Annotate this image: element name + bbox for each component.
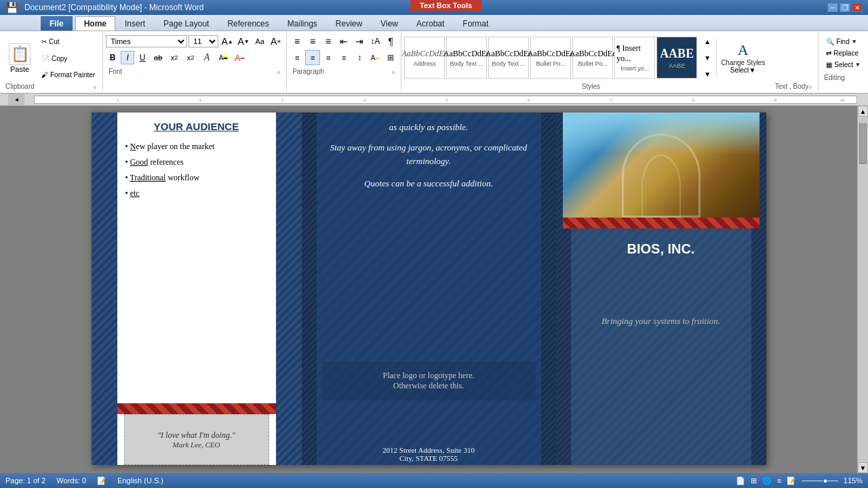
restore-btn[interactable]: ❐ bbox=[840, 3, 850, 12]
panel2-text3: Quotes can be a successful addition. bbox=[328, 178, 530, 189]
tab-acrobat[interactable]: Acrobat bbox=[408, 16, 453, 30]
editing-group-label: Editing bbox=[824, 74, 845, 81]
align-left-button[interactable]: ≡ bbox=[290, 50, 304, 65]
style-insert[interactable]: ¶ Insert yo... Insert yo... bbox=[614, 37, 655, 79]
vertical-scrollbar[interactable]: ▲ ▼ bbox=[857, 106, 868, 473]
italic-button[interactable]: I bbox=[121, 51, 134, 64]
shading-button[interactable]: A▬ bbox=[368, 50, 382, 65]
textbox-tools-tab[interactable]: Text Box Tools bbox=[410, 0, 481, 11]
grow-font-button[interactable]: A▲ bbox=[220, 34, 235, 49]
styles-more[interactable]: ▼ bbox=[700, 66, 715, 81]
bold-button[interactable]: B bbox=[106, 51, 119, 64]
panel1-right-stripe bbox=[276, 113, 302, 465]
styles-dialog-btn[interactable]: ⬦ bbox=[808, 83, 812, 90]
tab-home[interactable]: Home bbox=[75, 16, 115, 30]
styles-scroll-down[interactable]: ▼ bbox=[700, 50, 715, 65]
change-case-button[interactable]: Aa bbox=[252, 34, 267, 49]
copy-button[interactable]: 📄 Copy bbox=[38, 54, 98, 64]
text-effects-button[interactable]: A bbox=[199, 50, 214, 65]
page-indicator: Page: 1 of 2 bbox=[5, 476, 45, 485]
style-body1-label: Body Text ... bbox=[450, 60, 483, 67]
font-family-select[interactable]: Times bbox=[106, 35, 187, 47]
font-color-button[interactable]: A▬ bbox=[232, 50, 247, 65]
font-dialog-btn[interactable]: ⬦ bbox=[277, 68, 281, 75]
panel2-addr1: 2012 Street Address, Suite 310 bbox=[317, 446, 541, 454]
clear-format-button[interactable]: A✕ bbox=[269, 34, 283, 49]
tab-view[interactable]: View bbox=[372, 16, 407, 30]
style-body-text2[interactable]: AaBbCcDdEe Body Text ... bbox=[488, 37, 529, 79]
cut-button[interactable]: ✂ Cut bbox=[38, 37, 98, 47]
cut-icon: ✂ bbox=[41, 38, 47, 45]
tab-file[interactable]: File bbox=[41, 16, 73, 30]
find-button[interactable]: 🔍 Find ▼ bbox=[823, 37, 864, 47]
styles-scroll-up[interactable]: ▲ bbox=[700, 34, 715, 49]
numbering-button[interactable]: ≡ bbox=[305, 34, 320, 49]
style-bullet2[interactable]: AaBbCcDdEe Bullet Po... bbox=[572, 37, 613, 79]
show-marks-button[interactable]: ¶ bbox=[383, 34, 398, 49]
copy-icon: 📄 bbox=[41, 55, 50, 62]
scroll-up-arrow[interactable]: ▲ bbox=[858, 106, 868, 117]
find-dropdown-arrow: ▼ bbox=[852, 39, 857, 45]
panel2-text1: as quickly as possible. bbox=[328, 122, 530, 133]
style-insert-label: Insert yo... bbox=[620, 65, 649, 72]
borders-button[interactable]: ⊞ bbox=[383, 50, 398, 65]
select-dropdown[interactable]: Select ▼ bbox=[730, 66, 756, 74]
text-highlight-button[interactable]: A▬ bbox=[216, 50, 231, 65]
format-painter-button[interactable]: 🖌 Format Painter bbox=[38, 70, 98, 80]
close-btn[interactable]: ✕ bbox=[852, 3, 863, 12]
tab-mailings[interactable]: Mailings bbox=[279, 16, 326, 30]
view-draft-btn[interactable]: 📝 bbox=[787, 476, 796, 485]
tab-references[interactable]: References bbox=[218, 16, 277, 30]
font-size-select[interactable]: 11 bbox=[189, 35, 218, 47]
minimize-btn[interactable]: ─ bbox=[827, 3, 838, 12]
panel2-addr2: City, STATE 07555 bbox=[317, 454, 541, 462]
style-bullet1[interactable]: AaBbCcDdEe Bullet Po... bbox=[530, 37, 571, 79]
shrink-font-button[interactable]: A▼ bbox=[236, 34, 251, 49]
clipboard-dialog-btn[interactable]: ⬦ bbox=[93, 83, 97, 90]
style-aabe[interactable]: AABE AABE bbox=[656, 37, 697, 79]
style-address[interactable]: AaBbCcDdEe Address bbox=[404, 37, 445, 79]
panel2-logo-text2: Otherwise delete this. bbox=[332, 381, 526, 391]
strikethrough-button[interactable]: ab bbox=[151, 50, 165, 65]
sort-button[interactable]: ↕A bbox=[368, 34, 382, 49]
style-body-text1[interactable]: AaBbCcDdEe Body Text ... bbox=[446, 37, 487, 79]
select-button[interactable]: ▦ Select ▼ bbox=[823, 60, 864, 70]
spell-check-icon[interactable]: 📝 bbox=[97, 476, 106, 485]
panel1-quote-box[interactable]: "I love what I'm doing." Mark Lee, CEO bbox=[124, 414, 269, 465]
bullets-button[interactable]: ≡ bbox=[290, 34, 304, 49]
align-right-button[interactable]: ≡ bbox=[321, 50, 336, 65]
scroll-down-arrow[interactable]: ▼ bbox=[858, 462, 868, 473]
scroll-thumb[interactable] bbox=[859, 123, 867, 164]
view-web-btn[interactable]: 🌐 bbox=[762, 476, 772, 485]
tab-pagelayout[interactable]: Page Layout bbox=[155, 16, 218, 30]
zoom-level: 115% bbox=[844, 476, 863, 485]
zoom-slider[interactable]: ────●── bbox=[802, 476, 837, 485]
select-icon: ▦ bbox=[826, 61, 832, 68]
window-controls[interactable]: ─ ❐ ✕ bbox=[827, 3, 863, 12]
styles-group-label: Styles bbox=[407, 83, 775, 90]
change-styles-button[interactable]: Change Styles bbox=[721, 59, 765, 66]
decrease-indent-button[interactable]: ⇤ bbox=[336, 34, 351, 49]
view-fullscreen-btn[interactable]: ⊞ bbox=[751, 476, 757, 485]
tab-format[interactable]: Format bbox=[454, 16, 497, 30]
superscript-button[interactable]: x2 bbox=[183, 50, 198, 65]
para-dialog-btn[interactable]: ⬦ bbox=[391, 68, 395, 75]
dropdown-arrow-icon: ▼ bbox=[749, 66, 756, 74]
multilevel-list-button[interactable]: ≡ bbox=[321, 34, 336, 49]
view-print-btn[interactable]: 📄 bbox=[736, 476, 745, 485]
justify-button[interactable]: ≡ bbox=[336, 50, 351, 65]
paste-button[interactable]: 📋 Paste bbox=[3, 35, 37, 81]
paste-label: Paste bbox=[10, 65, 29, 73]
panel1: YOUR AUDIENCE • New player on the market… bbox=[92, 113, 302, 465]
tab-insert[interactable]: Insert bbox=[116, 16, 154, 30]
editing-group: 🔍 Find ▼ ⇄ Replace ▦ Select ▼ Editing bbox=[818, 33, 868, 92]
view-outline-btn[interactable]: ≡ bbox=[777, 476, 781, 485]
tab-review[interactable]: Review bbox=[327, 16, 371, 30]
line-spacing-button[interactable]: ↕ bbox=[352, 50, 367, 65]
replace-icon: ⇄ bbox=[826, 49, 831, 57]
align-center-button[interactable]: ≡ bbox=[305, 50, 320, 65]
underline-button[interactable]: U bbox=[136, 51, 149, 64]
replace-button[interactable]: ⇄ Replace bbox=[823, 48, 864, 58]
subscript-button[interactable]: x2 bbox=[167, 50, 182, 65]
increase-indent-button[interactable]: ⇥ bbox=[352, 34, 367, 49]
